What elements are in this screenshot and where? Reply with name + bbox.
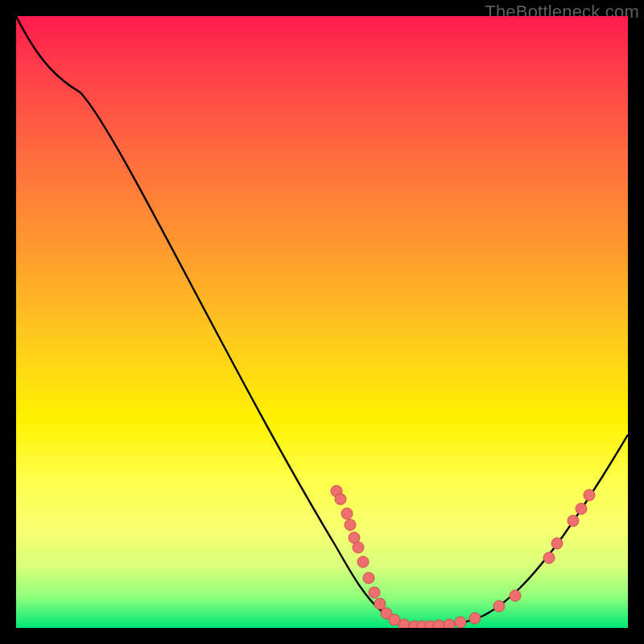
curve-dot: [576, 503, 587, 514]
curve-dot: [353, 542, 364, 553]
curve-dot: [568, 515, 579, 526]
curve-dot: [374, 598, 386, 609]
curve-dot: [363, 572, 374, 584]
chart-frame: [16, 16, 628, 628]
curve-dots: [331, 485, 595, 628]
curve-dot: [444, 619, 455, 628]
chart-svg: [16, 16, 628, 628]
curve-dot: [369, 587, 380, 598]
bottleneck-curve: [16, 16, 628, 626]
curve-dot: [345, 519, 356, 530]
curve-dot: [357, 556, 369, 568]
curve-dot: [341, 508, 353, 519]
curve-dot: [335, 493, 346, 505]
curve-dot: [543, 552, 555, 564]
curve-dot: [510, 590, 521, 601]
curve-dot: [551, 538, 563, 549]
curve-dot: [469, 613, 481, 624]
curve-dot: [398, 619, 410, 628]
curve-dot: [433, 620, 444, 628]
curve-dot: [455, 617, 466, 628]
curve-dot: [493, 601, 505, 612]
curve-dot: [584, 489, 595, 501]
